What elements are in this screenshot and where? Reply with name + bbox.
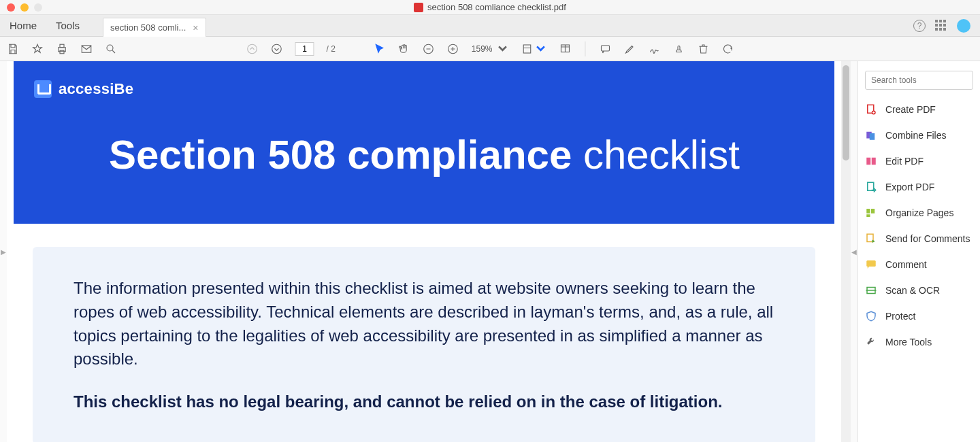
search-icon[interactable] [105,43,117,55]
fit-width-icon[interactable] [521,43,547,55]
highlight-icon[interactable] [624,43,636,55]
svg-rect-11 [602,45,610,50]
more-tools-icon [865,336,877,348]
right-panel-toggle[interactable]: ◀ [851,61,858,442]
close-window-button[interactable] [7,3,15,12]
tool-send-for-comments[interactable]: Send for Comments [865,233,973,245]
mail-icon[interactable] [80,43,93,55]
tool-protect[interactable]: Protect [865,310,973,322]
page-down-icon[interactable] [270,43,282,55]
comment-icon[interactable] [600,43,612,55]
tool-export-pdf[interactable]: Export PDF [865,181,973,193]
pdf-page: accessiBe Section 508 compliance checkli… [14,61,834,442]
export-pdf-icon [865,181,877,193]
svg-point-5 [248,44,257,54]
tool-label: Scan & OCR [885,285,940,296]
tool-label: Combine Files [885,130,946,141]
help-icon[interactable]: ? [913,20,926,32]
combine-files-icon [865,129,877,141]
svg-rect-21 [866,214,870,217]
stamp-icon[interactable] [673,43,685,55]
protect-icon [865,310,877,322]
svg-rect-2 [60,50,64,54]
pointer-tool-icon[interactable] [374,43,386,55]
tool-label: Edit PDF [885,156,924,167]
user-avatar[interactable] [957,19,970,33]
window-controls [0,3,42,12]
menu-tools[interactable]: Tools [46,15,89,36]
delete-icon[interactable] [698,43,710,55]
svg-rect-16 [866,158,870,165]
brand-name: accessiBe [59,80,133,98]
svg-rect-3 [82,45,91,52]
tool-list: Create PDF Combine Files Edit PDF Export… [865,103,973,348]
rotate-icon[interactable] [722,43,734,55]
apps-grid-icon[interactable] [935,20,947,32]
tool-create-pdf[interactable]: Create PDF [865,103,973,116]
zoom-in-icon[interactable] [447,43,459,55]
title-bold: Section 508 compliance [109,132,572,177]
tool-comment[interactable]: Comment [865,258,973,271]
tool-scan-ocr[interactable]: Scan & OCR [865,284,973,296]
menubar: Home Tools section 508 comli... × ? [0,15,980,37]
scroll-thumb[interactable] [843,65,849,160]
zoom-out-icon[interactable] [423,43,435,55]
page-up-icon[interactable] [246,43,258,55]
document-tab[interactable]: section 508 comli... × [103,18,206,37]
window-titlebar: section 508 comliance checklist.pdf [0,0,980,15]
tool-more-tools[interactable]: More Tools [865,336,973,348]
tool-organize-pages[interactable]: Organize Pages [865,207,973,219]
search-tools-input[interactable] [865,71,973,90]
svg-rect-23 [866,260,876,267]
tool-label: More Tools [885,337,932,347]
main-area: ▶ accessiBe Section 508 compliance check… [0,61,980,442]
organize-pages-icon [865,207,877,219]
disclaimer-text: This checklist has no legal bearing, and… [74,390,774,414]
svg-rect-0 [59,47,66,51]
tool-label: Organize Pages [885,207,953,218]
page-total: / 2 [326,44,335,54]
svg-rect-9 [523,45,531,53]
tab-close-icon[interactable]: × [193,22,198,33]
maximize-window-button[interactable] [34,3,42,12]
svg-rect-1 [60,44,64,48]
tool-edit-pdf[interactable]: Edit PDF [865,155,973,167]
tool-label: Comment [885,259,927,270]
title-light: checklist [583,132,740,177]
left-panel-toggle[interactable]: ▶ [0,61,7,442]
edit-pdf-icon [865,155,877,167]
create-pdf-icon [865,103,877,116]
reading-mode-icon[interactable] [559,43,572,55]
tool-label: Protect [885,311,915,322]
tool-label: Export PDF [885,182,934,192]
intro-callout: The information presented within this ch… [33,247,815,442]
pdf-viewport[interactable]: accessiBe Section 508 compliance checkli… [7,61,841,442]
pdf-file-icon [414,3,423,12]
tab-label: section 508 comli... [110,22,186,33]
zoom-level[interactable]: 159% [472,43,509,55]
brand-logo: accessiBe [34,80,814,98]
star-icon[interactable] [31,43,44,55]
hero-banner: accessiBe Section 508 compliance checkli… [14,61,834,224]
hand-tool-icon[interactable] [398,43,410,55]
send-comments-icon [865,233,877,245]
window-title: section 508 comliance checklist.pdf [427,2,566,12]
page-title: Section 508 compliance checklist [34,133,814,176]
document-viewer: accessiBe Section 508 compliance checkli… [7,61,851,442]
svg-point-6 [272,44,282,54]
svg-rect-15 [870,133,875,140]
signature-icon[interactable] [649,43,661,55]
comment-tool-icon [865,258,877,271]
save-icon[interactable] [7,43,19,55]
menu-home[interactable]: Home [0,15,46,36]
svg-point-4 [107,45,113,51]
page-number-input[interactable] [295,42,314,56]
scan-ocr-icon [865,284,877,296]
tool-combine-files[interactable]: Combine Files [865,129,973,141]
toolbar-divider [585,41,586,56]
svg-rect-19 [866,209,870,214]
vertical-scrollbar[interactable] [841,61,851,442]
tool-label: Send for Comments [885,233,970,244]
minimize-window-button[interactable] [20,3,29,12]
print-icon[interactable] [56,43,68,55]
